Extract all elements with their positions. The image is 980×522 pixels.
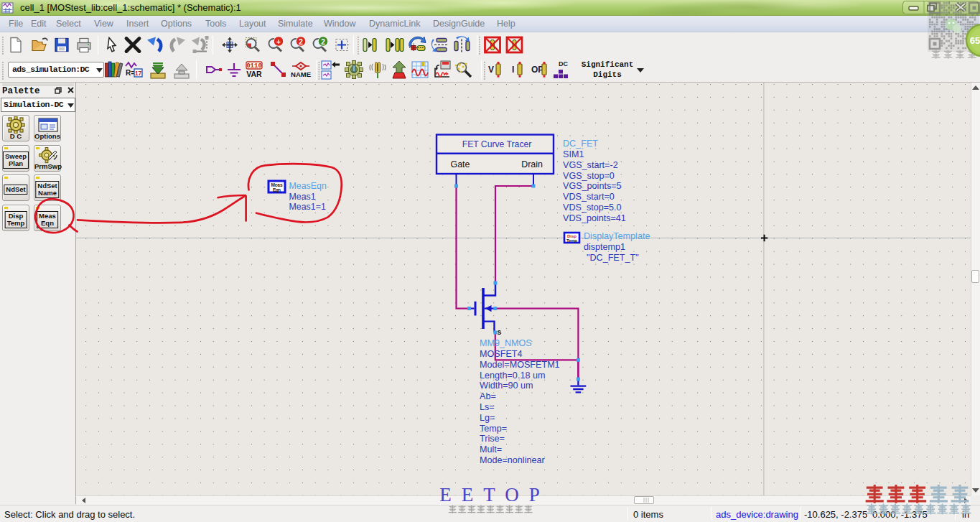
- svg-text:0110: 0110: [246, 62, 262, 70]
- svg-text:65: 65: [970, 35, 980, 46]
- svg-text:VAR: VAR: [246, 70, 262, 78]
- svg-text:2: 2: [321, 38, 325, 46]
- svg-text:+: +: [276, 38, 281, 46]
- svg-text:EETOP: EETOP: [439, 484, 550, 505]
- svg-text:NAME: NAME: [291, 70, 311, 78]
- svg-text:DC: DC: [559, 60, 568, 67]
- svg-text:17: 17: [135, 70, 142, 77]
- svg-text:V: V: [488, 65, 494, 75]
- svg-text:I: I: [512, 65, 514, 75]
- svg-text:2: 2: [299, 38, 303, 46]
- svg-text:R=: R=: [126, 69, 135, 77]
